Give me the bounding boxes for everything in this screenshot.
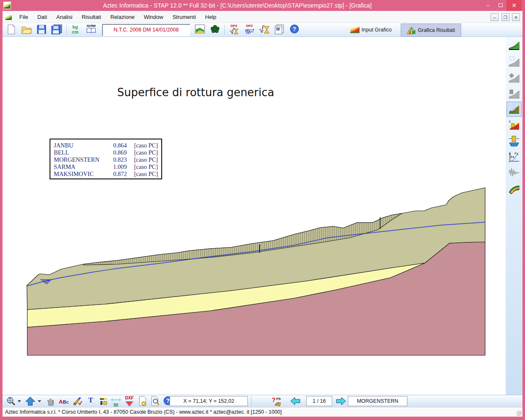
- next-surface-button[interactable]: [336, 396, 346, 406]
- cursor-coordinates: X = 71,14; Y = 152,02: [170, 396, 248, 406]
- results-view-sidebar: ∃ EaFs: [506, 37, 522, 395]
- view-diamond-disabled-button[interactable]: [507, 70, 521, 84]
- svg-text:Fs: Fs: [514, 152, 518, 155]
- status-bar: Aztec Informatica s.r.l. * Corso Umberto…: [3, 407, 522, 417]
- legend-row: MAKSIMOVIC0.872[caso PC]: [54, 171, 158, 178]
- previous-surface-button[interactable]: [290, 396, 301, 406]
- menu-help[interactable]: Help: [200, 11, 221, 23]
- current-method-display: MORGENSTERN: [348, 396, 407, 406]
- norm-selector[interactable]: N.T.C. 2008 DM 14/01/2008: [102, 24, 190, 36]
- save-copy-button[interactable]: [50, 24, 63, 36]
- document-icon: [5, 13, 12, 21]
- legend-row: MORGENSTERN0.823[caso PC]: [54, 156, 158, 163]
- view-failure-surface-button[interactable]: [507, 102, 521, 116]
- menu-file[interactable]: File: [15, 11, 33, 23]
- text-tool-button[interactable]: T: [85, 396, 97, 407]
- close-button[interactable]: ✕: [507, 0, 522, 11]
- zoom-menu-caret[interactable]: [18, 400, 21, 402]
- maximize-button[interactable]: [495, 0, 507, 11]
- pan-up-button[interactable]: [24, 396, 36, 407]
- word-report-button[interactable]: W: [273, 24, 286, 36]
- input-grafico-button[interactable]: Input Grafico: [345, 24, 398, 37]
- scale-button[interactable]: 50: [110, 396, 122, 407]
- units-kgcm-button[interactable]: kgcm: [69, 24, 81, 36]
- svg-text:?: ?: [293, 26, 297, 32]
- new-file-button[interactable]: [5, 24, 18, 36]
- svg-text:2: 2: [262, 26, 264, 29]
- view-ea-fs-graph-button[interactable]: EaFs: [507, 150, 521, 164]
- sqrt-hourglass-button[interactable]: 27: [258, 24, 270, 36]
- drawing-title: Superfice di rottura generica: [117, 86, 274, 99]
- norm-book-button[interactable]: NORM: [85, 24, 97, 36]
- pan-menu-caret[interactable]: [38, 400, 41, 402]
- legend-row: JANBU0.864[caso PC]: [54, 142, 158, 149]
- svg-text:?: ?: [166, 397, 170, 404]
- view-grid-disabled-button[interactable]: [507, 54, 521, 68]
- dpz-sounding-button[interactable]: DPZ 27: [228, 24, 240, 36]
- tree-button[interactable]: [209, 24, 221, 36]
- bottom-toolbar: ABC T 50 DXF ? X = 71,14; Y = 152,02 ?FS: [3, 395, 522, 407]
- title-bar: Aztec Informatica - STAP 12.0 ** Full 32…: [0, 0, 525, 11]
- open-file-button[interactable]: [20, 24, 33, 36]
- safety-factor-legend: JANBU0.864[caso PC] BELL0.869[caso PC] M…: [50, 139, 162, 179]
- menu-risultati[interactable]: Risultati: [77, 11, 105, 23]
- mdi-window-controls: – ❐ ✕: [490, 13, 520, 21]
- font-settings-button[interactable]: ABC: [58, 396, 70, 407]
- redraw-button[interactable]: [71, 396, 83, 407]
- menu-strumenti[interactable]: Strumenti: [168, 11, 201, 23]
- surface-index-display: 1 / 16: [306, 396, 332, 406]
- grafica-risultati-button[interactable]: Grafica Risultati: [401, 24, 461, 37]
- slice-table-button[interactable]: [97, 396, 109, 407]
- resize-grip[interactable]: [517, 411, 522, 416]
- print-preview-button[interactable]: [150, 396, 161, 407]
- menu-relazione[interactable]: Relazione: [106, 11, 139, 23]
- mdi-minimize-button[interactable]: –: [491, 13, 499, 21]
- page-setup-button[interactable]: [137, 396, 149, 407]
- svg-text:7: 7: [231, 32, 233, 34]
- view-layered-results-button[interactable]: ∃: [507, 118, 521, 132]
- svg-text:FS: FS: [276, 397, 281, 401]
- help-button[interactable]: ?: [288, 24, 301, 36]
- fs-query-button[interactable]: ?FS: [271, 396, 283, 407]
- window-title: Aztec Informatica - STAP 12.0 ** Full 32…: [0, 2, 475, 9]
- minimize-button[interactable]: –: [482, 0, 494, 11]
- mdi-close-button[interactable]: ✕: [512, 13, 520, 21]
- view-wall-pressure-button[interactable]: [507, 134, 521, 148]
- dxf-export-button[interactable]: DXF: [123, 396, 135, 407]
- view-slope-profile-button[interactable]: [507, 38, 521, 52]
- menu-bar: File Dati Analisi Risultati Relazione Wi…: [3, 11, 522, 23]
- pan-hand-button[interactable]: [45, 396, 56, 407]
- svg-text:∃: ∃: [509, 120, 510, 123]
- zoom-extents-button[interactable]: [5, 396, 17, 407]
- svg-text:7: 7: [262, 30, 264, 33]
- svg-text:W: W: [276, 27, 280, 32]
- view-seismic-disabled-button[interactable]: [507, 166, 521, 180]
- dpz-wave-button[interactable]: DPZ: [243, 24, 256, 36]
- menu-analisi[interactable]: Analisi: [52, 11, 77, 23]
- picture-button[interactable]: [194, 24, 206, 36]
- application-window: Aztec Informatica - STAP 12.0 ** Full 32…: [0, 0, 525, 420]
- menu-dati[interactable]: Dati: [33, 11, 52, 23]
- mdi-restore-button[interactable]: ❐: [501, 13, 509, 21]
- save-button[interactable]: [35, 24, 48, 36]
- svg-text:?: ?: [272, 396, 276, 403]
- main-toolbar: kgcm NORM N.T.C. 2008 DM 14/01/2008 DPZ …: [3, 23, 522, 37]
- legend-row: BELL0.869[caso PC]: [54, 149, 158, 156]
- view-slip-zones-button[interactable]: [507, 182, 521, 196]
- menu-window[interactable]: Window: [139, 11, 168, 23]
- legend-row: SARMA1.009[caso PC]: [54, 163, 158, 171]
- svg-text:Ea: Ea: [510, 155, 514, 159]
- status-text: Aztec Informatica s.r.l. * Corso Umberto…: [5, 409, 282, 415]
- view-block-disabled-button[interactable]: [507, 86, 521, 100]
